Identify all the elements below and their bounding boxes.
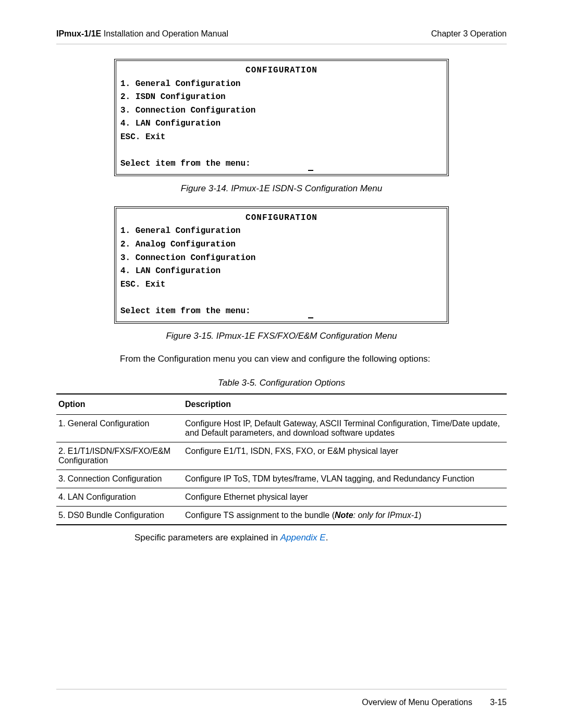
cursor-icon — [308, 157, 313, 171]
terminal-menu-1: CONFIGURATION 1. General Configuration 2… — [114, 59, 449, 176]
description-cell: Configure Ethernet physical layer — [183, 488, 507, 506]
menu-item: 3. Connection Configuration — [120, 104, 443, 118]
desc-text: ) — [419, 511, 421, 520]
description-cell: Configure E1/T1, ISDN, FXS, FXO, or E&M … — [183, 442, 507, 470]
menu-item: 1. General Configuration — [120, 78, 443, 91]
menu-prompt: Select item from the menu: — [120, 157, 251, 171]
menu-item: 1. General Configuration — [120, 225, 443, 238]
page-header: IPmux-1/1E Installation and Operation Ma… — [56, 29, 507, 44]
description-cell: Configure IP ToS, TDM bytes/frame, VLAN … — [183, 470, 507, 488]
table-header-row: Option Description — [56, 394, 507, 415]
appendix-link[interactable]: Appendix E — [280, 533, 326, 542]
note-text: : only for IPmux-1 — [353, 511, 419, 520]
terminal-title: CONFIGURATION — [120, 212, 443, 225]
footer-page-number: 3-15 — [490, 698, 507, 707]
post-table-text: Specific parameters are explained in — [134, 533, 280, 542]
table-row: 1. General Configuration Configure Host … — [56, 414, 507, 442]
table-row: 4. LAN Configuration Configure Ethernet … — [56, 488, 507, 506]
menu-prompt-line: Select item from the menu: — [120, 305, 443, 318]
header-left: IPmux-1/1E Installation and Operation Ma… — [56, 29, 228, 39]
menu-item: 3. Connection Configuration — [120, 252, 443, 265]
table-row: 2. E1/T1/ISDN/FXS/FXO/E&M Configuration … — [56, 442, 507, 470]
footer-section-title: Overview of Menu Operations — [362, 698, 472, 707]
terminal-menu-2: CONFIGURATION 1. General Configuration 2… — [114, 206, 449, 324]
doc-title: Installation and Operation Manual — [101, 29, 228, 38]
blank-line — [120, 291, 443, 305]
menu-item: 4. LAN Configuration — [120, 265, 443, 278]
menu-exit: ESC. Exit — [120, 278, 443, 292]
blank-line — [120, 144, 443, 158]
menu-item: 4. LAN Configuration — [120, 117, 443, 131]
page-footer: Overview of Menu Operations 3-15 — [56, 689, 507, 707]
post-table-paragraph: Specific parameters are explained in App… — [134, 533, 507, 543]
option-cell: 2. E1/T1/ISDN/FXS/FXO/E&M Configuration — [56, 442, 183, 470]
option-cell: 3. Connection Configuration — [56, 470, 183, 488]
menu-exit: ESC. Exit — [120, 131, 443, 144]
product-name: IPmux-1/1E — [56, 29, 101, 38]
menu-item: 2. ISDN Configuration — [120, 91, 443, 104]
figure-caption: Figure 3-14. IPmux-1E ISDN-S Configurati… — [56, 183, 507, 194]
config-options-table: Option Description 1. General Configurat… — [56, 393, 507, 525]
cursor-icon — [308, 305, 313, 318]
body-paragraph: From the Configuration menu you can view… — [120, 354, 507, 364]
header-right: Chapter 3 Operation — [431, 29, 507, 39]
option-cell: 4. LAN Configuration — [56, 488, 183, 506]
menu-item: 2. Analog Configuration — [120, 238, 443, 252]
option-cell: 1. General Configuration — [56, 414, 183, 442]
terminal-title: CONFIGURATION — [120, 64, 443, 78]
table-caption: Table 3-5. Configuration Options — [56, 378, 507, 388]
note-label: Note — [335, 511, 353, 520]
description-cell: Configure Host IP, Default Gateway, ASCI… — [183, 414, 507, 442]
desc-text: Configure TS assignment to the bundle ( — [185, 511, 335, 520]
col-header-option: Option — [56, 394, 183, 415]
table-row: 3. Connection Configuration Configure IP… — [56, 470, 507, 488]
option-cell: 5. DS0 Bundle Configuration — [56, 506, 183, 525]
col-header-description: Description — [183, 394, 507, 415]
figure-caption: Figure 3-15. IPmux-1E FXS/FXO/E&M Config… — [56, 331, 507, 341]
menu-prompt-line: Select item from the menu: — [120, 157, 443, 171]
table-row: 5. DS0 Bundle Configuration Configure TS… — [56, 506, 507, 525]
description-cell: Configure TS assignment to the bundle (N… — [183, 506, 507, 525]
post-table-text: . — [326, 533, 328, 542]
menu-prompt: Select item from the menu: — [120, 305, 251, 318]
